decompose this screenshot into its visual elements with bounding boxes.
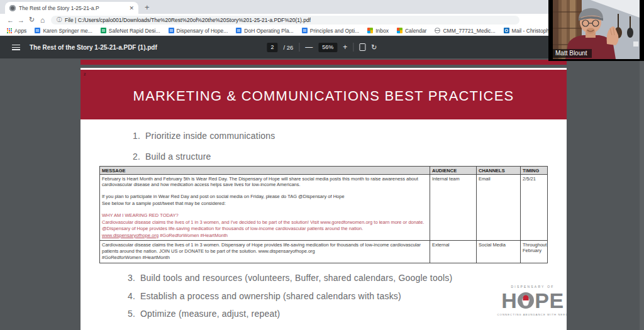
pdf-document-title: The Rest of the Story 1-25-21-a.PDF (1).… (30, 44, 157, 51)
browser-tab-strip: The Rest of the Story 1-25-21-a.P ✕ + (0, 0, 644, 14)
header-message: MESSAGE (100, 167, 430, 175)
sample-post-heading: WHY AM I WEARING RED TODAY? (102, 212, 428, 219)
header-audience: AUDIENCE (430, 167, 477, 175)
channels-cell: Social Media (477, 241, 521, 263)
participant-name-label: Matt Blount (553, 49, 592, 58)
outlook-icon: O (504, 28, 509, 33)
bookmark-item[interactable]: Karen Springer me... (35, 28, 92, 34)
header-timing: TIMING (521, 167, 548, 175)
microsoft-icon (367, 28, 373, 33)
google-docs-icon (236, 28, 242, 33)
list-item-2: 2. Build a structure (133, 151, 211, 162)
bookmark-item[interactable]: DoH Operating Pla... (236, 28, 293, 34)
table-row: Cardiovascular disease claims the lives … (100, 241, 548, 263)
bookmark-item[interactable]: Principles and Opti... (302, 28, 359, 34)
table-row: February is Heart Month and February 5th… (100, 175, 548, 241)
forward-icon[interactable]: → (16, 16, 26, 24)
channels-cell: Email (477, 175, 521, 241)
list-item-3: 3. Build tools and resources (volunteers… (128, 273, 452, 283)
url-text: File | C:/Users/cpalo001/Downloads/The%2… (65, 17, 311, 23)
page-number-input[interactable]: 2 (267, 43, 277, 52)
pdf-toolbar-controls: 2 / 26 — 56% + ↻ (267, 36, 377, 58)
vertical-scrollbar[interactable] (640, 58, 644, 330)
bookmark-item[interactable]: Dispensary of Hope... (169, 28, 228, 34)
dispensaryofhope-link[interactable]: www.dispensaryofhope.org (102, 233, 158, 238)
message-cell: Cardiovascular disease claims the lives … (100, 241, 430, 263)
google-docs-icon (35, 28, 40, 33)
page-total-label: / 26 (283, 44, 293, 51)
list-item-1: 1. Prioritize inside communications (133, 131, 275, 141)
dispensary-of-hope-logo: DISPENSARY OF H PE CONNECTING ABUNDANCE … (496, 285, 567, 316)
pdf-toolbar: The Rest of the Story 1-25-21-a.PDF (1).… (0, 36, 644, 58)
google-docs-icon (302, 28, 308, 33)
zoom-level-value: 56% (318, 43, 337, 52)
tab-title: The Rest of the Story 1-25-21-a.P (19, 5, 126, 11)
list-item-5: 5. Optimize (measure, adjust, repeat) (128, 309, 280, 319)
bookmarks-bar: Apps Karen Springer me... SafeNet Rapid … (0, 26, 644, 36)
slide-page-number: 2 (84, 72, 86, 76)
fit-page-icon[interactable] (359, 43, 365, 51)
bookmark-item[interactable]: Inbox (367, 28, 389, 34)
back-icon[interactable]: ← (5, 16, 16, 24)
screen: The Rest of the Story 1-25-21-a.P ✕ + ← … (0, 0, 644, 330)
pdf-viewer: The Rest of the Story 1-25-21-a.PDF (1).… (0, 36, 644, 330)
toolbar-divider (299, 43, 299, 52)
audience-cell: External (430, 241, 477, 263)
zoom-in-button[interactable]: + (343, 43, 347, 52)
tab-close-icon[interactable]: ✕ (129, 5, 134, 11)
audience-cell: Internal team (430, 175, 477, 241)
table-header-row: MESSAGE AUDIENCE CHANNELS TIMING (100, 167, 548, 175)
globe-icon (435, 28, 440, 33)
bookmark-item[interactable]: CMM_77721_Medic... (435, 28, 495, 34)
toolbar-divider (353, 43, 353, 52)
pdf-page: 2 MARKETING & COMMUNICATIONS BEST PRACTI… (80, 68, 567, 330)
header-channels: CHANNELS (477, 167, 521, 175)
microsoft-icon (397, 28, 402, 33)
browser-url-bar: ← → ↻ ⌂ ⓘ File | C:/Users/cpalo001/Downl… (0, 14, 644, 26)
previous-page-edge (80, 60, 567, 65)
bookmark-item[interactable]: Calendar (397, 28, 427, 34)
slide-title-banner: 2 MARKETING & COMMUNICATIONS BEST PRACTI… (80, 70, 567, 119)
page-info-icon[interactable]: ⓘ (57, 16, 62, 23)
list-item-4: 4. Establish a process and ownership (sh… (128, 291, 401, 301)
google-docs-icon (169, 28, 174, 33)
communications-table: MESSAGE AUDIENCE CHANNELS TIMING Februar… (99, 166, 548, 263)
timing-cell: Throughout February (521, 241, 548, 263)
rotate-icon[interactable]: ↻ (371, 43, 377, 52)
pill-capsule-icon (518, 292, 534, 309)
message-cell: February is Heart Month and February 5th… (100, 175, 430, 241)
bookmark-apps[interactable]: Apps (6, 28, 26, 34)
home-icon[interactable]: ⌂ (37, 16, 48, 25)
menu-icon[interactable] (12, 45, 20, 50)
bookmark-item[interactable]: SafeNet Rapid Desi... (101, 28, 160, 34)
pdf-favicon-icon (9, 5, 16, 11)
address-input[interactable]: ⓘ File | C:/Users/cpalo001/Downloads/The… (51, 16, 519, 25)
webcam-overlay[interactable]: Matt Blount (548, 0, 644, 61)
google-sheets-icon (101, 28, 106, 33)
new-tab-button[interactable]: + (145, 3, 150, 12)
timing-cell: 2/5/21 (521, 175, 548, 241)
slide-title: MARKETING & COMMUNICATIONS BEST PRACTICE… (80, 88, 567, 104)
reload-icon[interactable]: ↻ (26, 16, 37, 24)
apps-grid-icon (6, 28, 12, 33)
browser-tab[interactable]: The Rest of the Story 1-25-21-a.P ✕ (5, 2, 138, 14)
zoom-out-button[interactable]: — (305, 43, 313, 52)
